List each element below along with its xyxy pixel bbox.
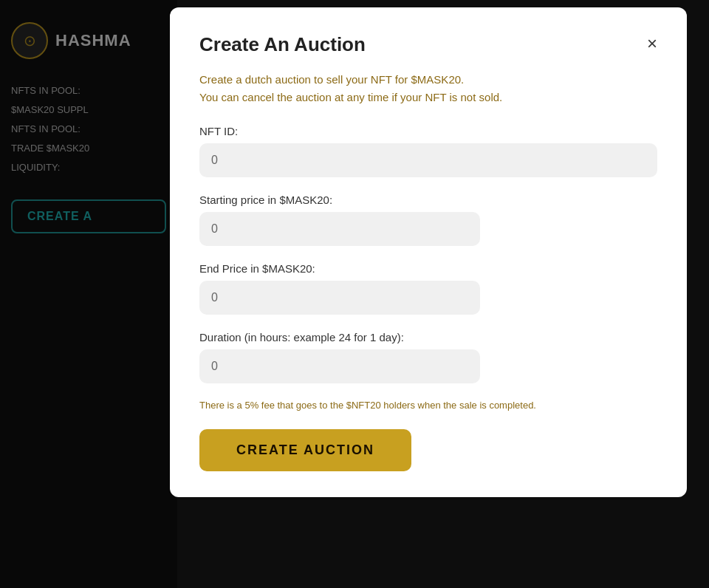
duration-input[interactable]: [199, 349, 480, 383]
close-button[interactable]: ×: [647, 35, 657, 52]
nft-id-group: NFT ID:: [199, 125, 657, 177]
starting-price-input[interactable]: [199, 212, 480, 246]
starting-price-group: Starting price in $MASK20:: [199, 194, 657, 246]
create-auction-button[interactable]: CREATE AUCTION: [199, 429, 411, 471]
end-price-group: End Price in $MASK20:: [199, 262, 657, 315]
duration-label: Duration (in hours: example 24 for 1 day…: [199, 331, 657, 343]
end-price-input[interactable]: [199, 281, 480, 315]
starting-price-label: Starting price in $MASK20:: [199, 194, 657, 206]
nft-id-label: NFT ID:: [199, 125, 657, 137]
fee-notice: There is a 5% fee that goes to the $NFT2…: [199, 400, 657, 411]
modal-description-line2: You can cancel the auction at any time i…: [199, 91, 502, 103]
create-auction-modal: Create An Auction × Create a dutch aucti…: [170, 7, 687, 497]
modal-header: Create An Auction ×: [199, 33, 657, 56]
modal-description-line1: Create a dutch auction to sell your NFT …: [199, 73, 464, 86]
end-price-label: End Price in $MASK20:: [199, 262, 657, 275]
modal-description: Create a dutch auction to sell your NFT …: [199, 71, 657, 106]
duration-group: Duration (in hours: example 24 for 1 day…: [199, 331, 657, 383]
modal-title: Create An Auction: [199, 33, 366, 56]
nft-id-input[interactable]: [199, 143, 657, 177]
